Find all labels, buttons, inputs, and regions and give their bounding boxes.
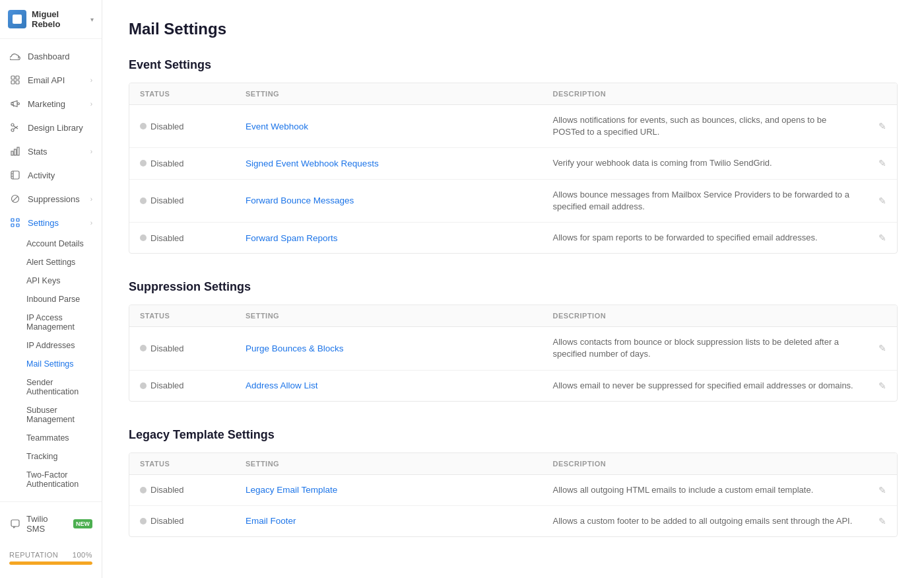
status-cell: Disabled [140, 159, 246, 168]
purge-bounces-link[interactable]: Purge Bounces & Blocks [246, 343, 553, 353]
main-nav: Dashboard Email API › [0, 39, 102, 501]
sidebar-item-activity[interactable]: Activity [0, 163, 102, 187]
reputation-section: REPUTATION 100% [0, 546, 102, 571]
edit-icon[interactable]: ✎ [860, 233, 886, 243]
legacy-template-settings-table: STATUS SETTING DESCRIPTION Disabled Lega… [129, 452, 898, 537]
status-text: Disabled [150, 233, 184, 243]
settings-sub-menu: Account Details Alert Settings API Keys … [0, 235, 102, 493]
table-row: Disabled Forward Bounce Messages Allows … [129, 180, 897, 223]
event-webhook-link[interactable]: Event Webhook [246, 122, 553, 131]
twilio-sms-item[interactable]: Twilio SMS NEW [9, 509, 92, 539]
sidebar: Miguel Rebelo ▾ Dashboard Email [0, 0, 102, 578]
status-cell: Disabled [140, 380, 246, 390]
edit-icon[interactable]: ✎ [860, 196, 886, 206]
svg-point-6 [11, 129, 14, 131]
description-text: Allows a custom footer to be added to al… [553, 515, 861, 527]
legacy-template-settings-section: Legacy Template Settings STATUS SETTING … [129, 428, 898, 537]
reputation-value: 100% [73, 551, 92, 559]
sidebar-item-dashboard[interactable]: Dashboard [0, 44, 102, 68]
brand-chevron-icon: ▾ [90, 16, 94, 23]
status-cell: Disabled [140, 122, 246, 131]
forward-spam-link[interactable]: Forward Spam Reports [246, 233, 553, 243]
suppression-settings-section: Suppression Settings STATUS SETTING DESC… [129, 280, 898, 402]
sidebar-item-suppressions[interactable]: Suppressions › [0, 187, 102, 211]
chevron-icon: › [90, 77, 92, 84]
megaphone-icon [9, 98, 21, 110]
sms-icon [9, 518, 21, 530]
description-text: Allows all outgoing HTML emails to inclu… [553, 484, 861, 496]
description-text: Verify your webhook data is coming from … [553, 157, 861, 169]
description-text: Allows contacts from bounce or block sup… [553, 336, 861, 360]
event-settings-title: Event Settings [129, 58, 898, 72]
main-content: Mail Settings Event Settings STATUS SETT… [102, 0, 924, 578]
description-text: Allows email to never be suppressed for … [553, 380, 861, 392]
svg-point-4 [18, 103, 20, 105]
chevron-icon: › [90, 100, 92, 108]
description-text: Allows notifications for events, such as… [553, 114, 861, 138]
setting-header: SETTING [246, 460, 553, 468]
svg-rect-8 [15, 149, 16, 155]
edit-icon[interactable]: ✎ [860, 121, 886, 131]
sidebar-item-label: Dashboard [28, 52, 92, 61]
event-settings-table: STATUS SETTING DESCRIPTION Disabled Even… [129, 83, 898, 254]
sidebar-item-email-api[interactable]: Email API › [0, 68, 102, 92]
svg-rect-15 [16, 224, 19, 227]
address-allow-list-link[interactable]: Address Allow List [246, 380, 553, 390]
table-row: Disabled Signed Event Webhook Requests V… [129, 148, 897, 179]
svg-rect-9 [17, 147, 19, 155]
brand-header[interactable]: Miguel Rebelo ▾ [0, 0, 102, 39]
table-row: Disabled Forward Spam Reports Allows for… [129, 223, 897, 253]
settings-icon [9, 217, 21, 229]
svg-rect-10 [11, 171, 19, 179]
suppression-settings-table: STATUS SETTING DESCRIPTION Disabled Purg… [129, 305, 898, 402]
sidebar-item-label: Suppressions [28, 194, 84, 204]
edit-icon[interactable]: ✎ [860, 485, 886, 495]
table-row: Disabled Event Webhook Allows notificati… [129, 105, 897, 148]
sidebar-sub-item-api-keys[interactable]: API Keys [0, 271, 102, 290]
sidebar-sub-item-account-details[interactable]: Account Details [0, 235, 102, 253]
table-row: Disabled Purge Bounces & Blocks Allows c… [129, 327, 897, 370]
sidebar-sub-item-mail-settings[interactable]: Mail Settings [0, 355, 102, 373]
chevron-icon: › [90, 148, 92, 155]
chevron-icon: › [90, 196, 92, 203]
description-header: DESCRIPTION [553, 460, 861, 468]
edit-icon[interactable]: ✎ [860, 516, 886, 526]
sidebar-sub-item-tracking[interactable]: Tracking [0, 447, 102, 466]
svg-rect-0 [11, 76, 15, 79]
activity-icon [9, 169, 21, 181]
status-cell: Disabled [140, 196, 246, 205]
status-dot [140, 382, 147, 389]
email-footer-link[interactable]: Email Footer [246, 516, 553, 526]
signed-event-webhook-link[interactable]: Signed Event Webhook Requests [246, 159, 553, 168]
sidebar-sub-item-teammates[interactable]: Teammates [0, 429, 102, 447]
sidebar-sub-item-ip-addresses[interactable]: IP Addresses [0, 336, 102, 355]
svg-rect-2 [11, 81, 15, 84]
sidebar-sub-item-ip-access[interactable]: IP Access Management [0, 308, 102, 336]
twilio-sms-label: Twilio SMS [26, 514, 68, 534]
sidebar-item-design-library[interactable]: Design Library [0, 116, 102, 139]
sidebar-sub-item-inbound-parse[interactable]: Inbound Parse [0, 290, 102, 308]
sidebar-sub-item-alert-settings[interactable]: Alert Settings [0, 253, 102, 271]
svg-rect-1 [16, 76, 19, 79]
status-dot [140, 198, 147, 204]
forward-bounce-link[interactable]: Forward Bounce Messages [246, 196, 553, 205]
status-text: Disabled [150, 485, 184, 495]
sidebar-sub-item-two-factor[interactable]: Two-Factor Authentication [0, 466, 102, 493]
sidebar-sub-item-sender-auth[interactable]: Sender Authentication [0, 373, 102, 401]
description-header: DESCRIPTION [553, 90, 861, 98]
legacy-email-template-link[interactable]: Legacy Email Template [246, 485, 553, 495]
sidebar-item-label: Settings [28, 218, 84, 228]
legacy-template-settings-title: Legacy Template Settings [129, 428, 898, 442]
edit-icon[interactable]: ✎ [860, 380, 886, 391]
reputation-bar-fill [9, 561, 92, 565]
edit-icon[interactable]: ✎ [860, 343, 886, 353]
sidebar-item-stats[interactable]: Stats › [0, 139, 102, 163]
status-header: STATUS [140, 90, 246, 98]
status-text: Disabled [150, 343, 184, 353]
sidebar-item-settings[interactable]: Settings › [0, 211, 102, 235]
status-cell: Disabled [140, 485, 246, 495]
sidebar-sub-item-subuser-mgmt[interactable]: Subuser Management [0, 401, 102, 429]
edit-icon[interactable]: ✎ [860, 158, 886, 168]
sidebar-item-marketing[interactable]: Marketing › [0, 92, 102, 116]
prohibit-icon [9, 193, 21, 205]
